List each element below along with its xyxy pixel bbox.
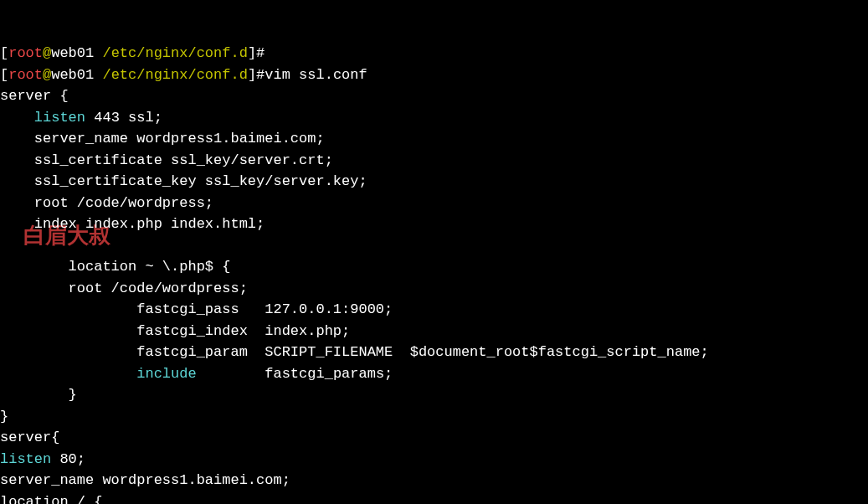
config-line: server_name wordpress1.baimei.com; — [0, 472, 290, 488]
config-line: fastcgi_param SCRIPT_FILENAME $document_… — [0, 344, 709, 360]
config-line: ssl_certificate_key ssl_key/server.key; — [0, 173, 367, 189]
config-line: listen 443 ssl; — [0, 110, 162, 126]
config-line: include fastcgi_params; — [0, 366, 393, 382]
terminal-content: [root@web01 /etc/nginx/conf.d]# [root@we… — [0, 43, 868, 504]
config-line: server_name wordpress1.baimei.com; — [0, 131, 325, 147]
config-line: root /code/wordpress; — [0, 280, 248, 296]
command-text: vim ssl.conf — [265, 67, 367, 83]
config-line: index index.php index.html; — [0, 216, 265, 232]
config-line: fastcgi_pass 127.0.0.1:9000; — [0, 301, 393, 317]
config-line: fastcgi_index index.php; — [0, 323, 350, 339]
keyword-listen: listen — [34, 110, 85, 126]
terminal-output: 白眉大叔 [root@web01 /etc/nginx/conf.d]# [ro… — [0, 0, 868, 504]
config-line: server{ — [0, 429, 59, 445]
prompt-line-command: [root@web01 /etc/nginx/conf.d]#vim ssl.c… — [0, 67, 367, 83]
config-line: listen 80; — [0, 451, 85, 467]
keyword-listen: listen — [0, 451, 51, 467]
keyword-include: include — [136, 366, 196, 382]
config-line: location / { — [0, 494, 102, 505]
config-line: root /code/wordpress; — [0, 195, 213, 211]
config-line: ssl_certificate ssl_key/server.crt; — [0, 152, 333, 168]
prompt-line-truncated: [root@web01 /etc/nginx/conf.d]# — [0, 45, 265, 61]
config-line: location ~ \.php$ { — [0, 259, 230, 275]
config-line: } — [0, 387, 77, 403]
config-line: server { — [0, 88, 69, 104]
config-line: } — [0, 409, 8, 424]
